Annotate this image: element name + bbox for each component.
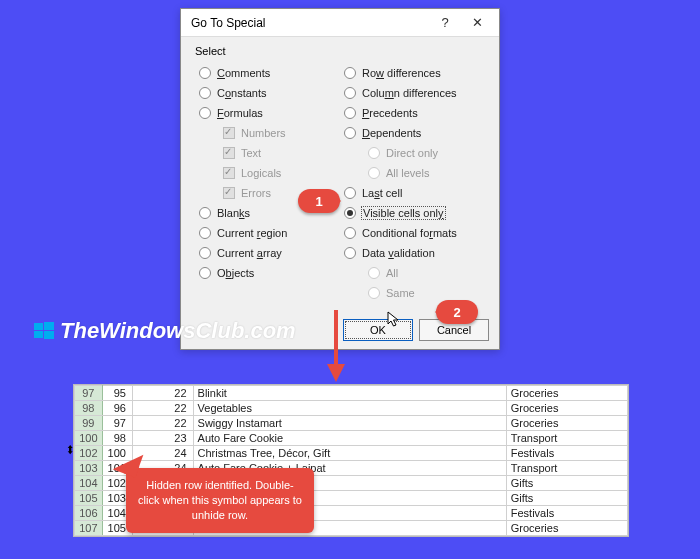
cell[interactable]: 96 [102,401,132,416]
option-column-differences[interactable]: Column differences [340,83,485,103]
cell[interactable]: 95 [102,386,132,401]
option-current-region[interactable]: Current region [195,223,340,243]
watermark: TheWindowsClub.com [34,318,296,344]
row-header[interactable]: 102 [75,446,103,461]
option-conditional-formats[interactable]: Conditional formats [340,223,485,243]
table-row[interactable]: 989622VegetablesGroceries [75,401,628,416]
cell[interactable]: 22 [132,401,193,416]
option-all: All [340,263,485,283]
row-header[interactable]: 106 [75,506,103,521]
cell[interactable]: Christmas Tree, Décor, Gift [193,446,506,461]
dialog-titlebar: Go To Special ? ✕ [181,9,499,37]
svg-rect-1 [44,322,54,330]
svg-rect-3 [44,331,54,339]
cell[interactable]: 97 [102,416,132,431]
dialog-title: Go To Special [191,16,429,30]
row-header[interactable]: 107 [75,521,103,536]
option-numbers: Numbers [195,123,340,143]
step-badge-1: 1 [298,189,340,213]
option-comments[interactable]: Comments [195,63,340,83]
option-text: Text [195,143,340,163]
cell[interactable]: Groceries [506,401,627,416]
option-dependents[interactable]: Dependents [340,123,485,143]
row-header[interactable]: 104 [75,476,103,491]
cell[interactable]: 22 [132,386,193,401]
cell[interactable]: Vegetables [193,401,506,416]
option-objects[interactable]: Objects [195,263,340,283]
svg-rect-0 [34,323,43,330]
option-visible-cells-only[interactable]: Visible cells only [340,203,485,223]
row-header[interactable]: 103 [75,461,103,476]
option-row-differences[interactable]: Row differences [340,63,485,83]
help-button[interactable]: ? [429,12,461,34]
step-badge-2: 2 [436,300,478,324]
cell[interactable]: Transport [506,431,627,446]
table-row[interactable]: 979522BlinkitGroceries [75,386,628,401]
close-button[interactable]: ✕ [461,12,493,34]
cell[interactable]: Groceries [506,386,627,401]
cell[interactable]: Groceries [506,521,627,536]
row-header[interactable]: 99 [75,416,103,431]
options-right-column: Row differences Column differences Prece… [340,63,485,303]
goto-special-dialog: Go To Special ? ✕ Select Comments Consta… [180,8,500,350]
row-header[interactable]: 98 [75,401,103,416]
option-last-cell[interactable]: Last cell [340,183,485,203]
svg-rect-2 [34,331,43,338]
option-logicals: Logicals [195,163,340,183]
cell[interactable]: Groceries [506,416,627,431]
table-row[interactable]: 999722Swiggy InstamartGroceries [75,416,628,431]
option-constants[interactable]: Constants [195,83,340,103]
cell[interactable]: Transport [506,461,627,476]
cell[interactable]: Festivals [506,506,627,521]
cell[interactable]: Auto Fare Cookie [193,431,506,446]
cell[interactable]: Swiggy Instamart [193,416,506,431]
option-direct-only: Direct only [340,143,485,163]
hidden-row-marker-icon[interactable]: ⬍ [66,443,73,456]
cell[interactable]: Blinkit [193,386,506,401]
options-left-column: Comments Constants Formulas Numbers Text… [195,63,340,303]
cell[interactable]: Gifts [506,476,627,491]
watermark-text: TheWindowsClub.com [60,318,296,344]
option-all-levels: All levels [340,163,485,183]
select-label: Select [195,45,485,57]
option-precedents[interactable]: Precedents [340,103,485,123]
row-header[interactable]: 97 [75,386,103,401]
option-current-array[interactable]: Current array [195,243,340,263]
callout-annotation: Hidden row identified. Double-click when… [126,468,314,533]
cell[interactable]: Festivals [506,446,627,461]
table-row[interactable]: 10210024Christmas Tree, Décor, GiftFesti… [75,446,628,461]
ok-button[interactable]: OK [343,319,413,341]
cell[interactable]: 23 [132,431,193,446]
row-header[interactable]: 105 [75,491,103,506]
cell[interactable]: Gifts [506,491,627,506]
row-header[interactable]: 100 [75,431,103,446]
option-formulas[interactable]: Formulas [195,103,340,123]
cell[interactable]: 22 [132,416,193,431]
option-data-validation[interactable]: Data validation [340,243,485,263]
cell[interactable]: 98 [102,431,132,446]
table-row[interactable]: 1009823Auto Fare CookieTransport [75,431,628,446]
down-arrow-icon [327,310,345,382]
windows-logo-icon [34,321,54,341]
